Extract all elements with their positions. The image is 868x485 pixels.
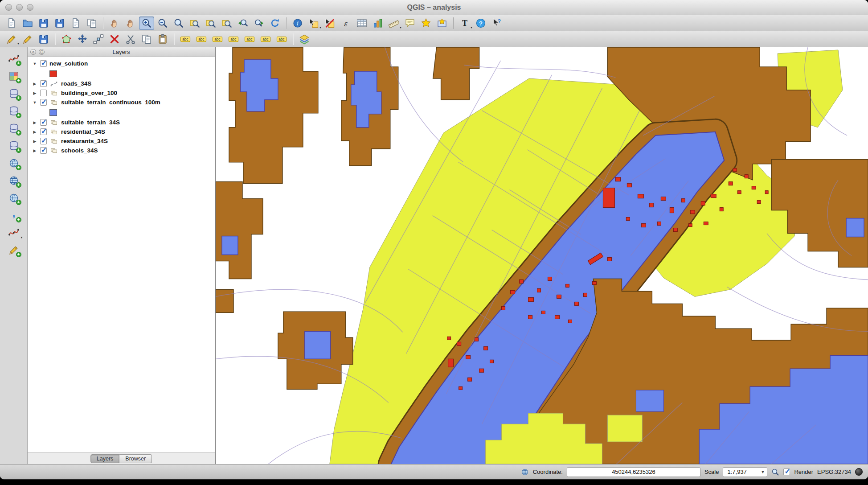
layer-row[interactable]: ▶ suitable_terrain_34S — [28, 118, 215, 127]
label-move[interactable] — [194, 33, 209, 46]
add-delimited-text-layer[interactable] — [5, 208, 23, 222]
add-database-layer[interactable] — [5, 86, 23, 101]
layer-suitable-terrain-continuous-100m[interactable]: ▼ suitable_terrain_continuous_100m — [28, 98, 215, 118]
layer-visibility-checkbox[interactable] — [40, 147, 47, 154]
layer-schools-34s[interactable]: ▶ schools_34S — [28, 146, 215, 155]
render-checkbox[interactable] — [783, 469, 790, 475]
open-attribute-table[interactable] — [354, 16, 369, 30]
layer-visibility-checkbox[interactable] — [40, 119, 47, 126]
zoom-full-extent[interactable] — [187, 16, 202, 30]
open-project[interactable] — [20, 16, 35, 30]
expand-arrow-icon[interactable]: ▶ — [32, 82, 37, 86]
expand-arrow-icon[interactable]: ▶ — [32, 120, 37, 125]
zoom-out[interactable] — [155, 16, 170, 30]
show-bookmarks[interactable] — [434, 16, 450, 30]
tab-browser[interactable]: Browser — [119, 454, 152, 463]
layer-label[interactable]: buildings_over_100 — [61, 90, 117, 96]
add-wcs-layer[interactable] — [5, 173, 23, 188]
expand-arrow-icon[interactable]: ▶ — [32, 91, 37, 95]
map-canvas[interactable] — [215, 47, 868, 464]
save-project[interactable] — [36, 16, 51, 30]
add-mssql-layer[interactable] — [5, 121, 23, 136]
zoom-to-selection[interactable] — [203, 16, 218, 30]
deselect-features[interactable] — [322, 16, 337, 30]
layer-label[interactable]: suitable_terrain_34S — [61, 119, 120, 126]
save-project-as[interactable] — [52, 16, 67, 30]
layer-row[interactable]: ▶ restaurants_34S — [28, 136, 215, 146]
label-properties[interactable] — [258, 33, 273, 46]
layer-visibility-checkbox[interactable] — [40, 60, 47, 67]
dropdown-caret-icon[interactable]: ▾ — [20, 236, 22, 239]
layer-new-solution[interactable]: ▼ new_solution — [28, 59, 215, 79]
whats-this[interactable] — [489, 16, 504, 30]
zoom-next[interactable] — [251, 16, 266, 30]
pan-to-selection[interactable] — [123, 16, 138, 30]
layer-symbology-row[interactable] — [28, 107, 215, 118]
layer-visibility-checkbox[interactable] — [40, 80, 47, 87]
add-oracle-layer[interactable] — [5, 139, 23, 153]
layer-visibility-checkbox[interactable] — [40, 128, 47, 135]
layer-row[interactable]: ▼ suitable_terrain_continuous_100m — [28, 98, 215, 107]
cut-features[interactable] — [123, 33, 138, 46]
expand-arrow-icon[interactable]: ▼ — [32, 62, 37, 66]
move-feature[interactable] — [75, 33, 90, 46]
label-pin[interactable] — [226, 33, 241, 46]
zoom-actual-size[interactable] — [171, 16, 186, 30]
paste-features[interactable] — [155, 33, 170, 46]
add-feature[interactable] — [59, 33, 74, 46]
expand-arrow-icon[interactable]: ▶ — [32, 148, 37, 153]
layer-label[interactable]: restaurants_34S — [61, 138, 108, 144]
new-print-composer[interactable] — [68, 16, 83, 30]
layer-row[interactable]: ▶ residential_34S — [28, 127, 215, 136]
add-raster-layer[interactable] — [5, 69, 23, 83]
add-wms-layer[interactable] — [5, 156, 23, 170]
expand-arrow-icon[interactable]: ▼ — [32, 100, 37, 105]
layers-panel-titlebar[interactable]: × ◻ Layers — [28, 47, 215, 57]
measure-line[interactable]: ▾ — [386, 16, 401, 30]
add-gpx-layer[interactable]: ▾ — [5, 226, 23, 240]
layer-row[interactable]: ▶ schools_34S — [28, 146, 215, 155]
select-features[interactable]: ▾ — [306, 16, 321, 30]
save-layer-edits[interactable] — [36, 33, 51, 46]
new-project[interactable] — [4, 16, 19, 30]
layer-roads-34s[interactable]: ▶ roads_34S — [28, 79, 215, 88]
layer-visibility-checkbox[interactable] — [40, 99, 47, 106]
pan-map[interactable] — [107, 16, 122, 30]
add-vector-layer[interactable] — [5, 52, 23, 66]
expand-arrow-icon[interactable]: ▶ — [32, 139, 37, 144]
toggle-editing[interactable] — [20, 33, 35, 46]
tab-layers[interactable]: Layers — [90, 454, 120, 463]
map-magnifier-icon[interactable] — [771, 468, 779, 476]
layer-label[interactable]: residential_34S — [61, 128, 105, 135]
close-window-button[interactable] — [5, 4, 12, 11]
expand-arrow-icon[interactable]: ▶ — [32, 130, 37, 134]
zoom-in[interactable] — [139, 16, 154, 30]
crs-status-icon[interactable] — [855, 468, 863, 476]
label-change[interactable] — [274, 33, 289, 46]
layer-row[interactable]: ▶ buildings_over_100 — [28, 88, 215, 98]
dropdown-caret-icon[interactable]: ▾ — [471, 26, 472, 29]
help[interactable] — [473, 16, 488, 30]
layer-label[interactable]: schools_34S — [61, 147, 98, 154]
titlebar[interactable]: QGIS – analysis — [0, 0, 868, 15]
copy-features[interactable] — [139, 33, 154, 46]
labeling[interactable] — [178, 33, 193, 46]
processing-toolbox[interactable] — [297, 33, 312, 46]
dropdown-caret-icon[interactable]: ▾ — [319, 26, 321, 29]
zoom-window-button[interactable] — [27, 4, 33, 11]
layer-restaurants-34s[interactable]: ▶ restaurants_34S — [28, 136, 215, 146]
select-by-expression[interactable] — [338, 16, 353, 30]
layer-row[interactable]: ▶ roads_34S — [28, 79, 215, 88]
identify-features[interactable] — [290, 16, 305, 30]
coordinate-capture-icon[interactable] — [521, 468, 529, 476]
add-wfs-layer[interactable] — [5, 191, 23, 205]
statistical-summary[interactable] — [370, 16, 385, 30]
symbology-swatch[interactable] — [49, 70, 57, 77]
layer-residential-34s[interactable]: ▶ residential_34S — [28, 127, 215, 136]
layer-symbology-row[interactable] — [28, 68, 215, 79]
new-bookmark[interactable] — [418, 16, 434, 30]
dropdown-caret-icon[interactable]: ▾ — [17, 42, 19, 45]
composer-manager[interactable] — [84, 16, 99, 30]
layer-row[interactable]: ▼ new_solution — [28, 59, 215, 68]
current-edits[interactable]: ▾ — [4, 33, 19, 46]
